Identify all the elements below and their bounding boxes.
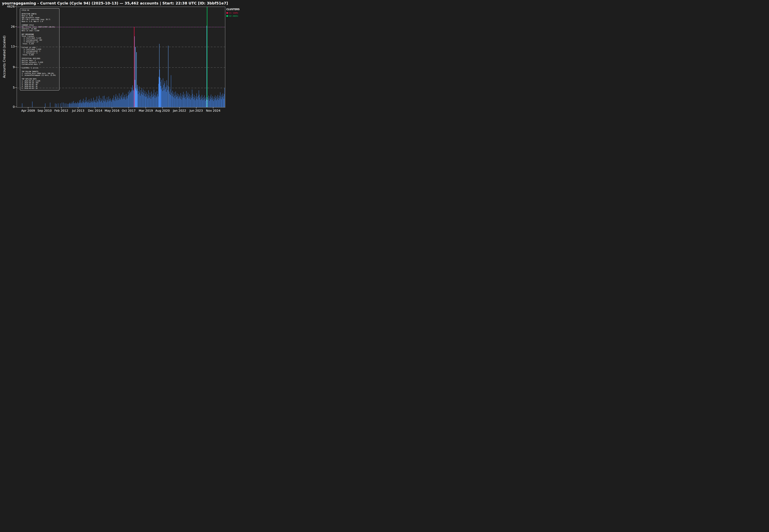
bar (209, 101, 210, 107)
bar (184, 95, 184, 107)
y-tick-label: 26 (3, 25, 15, 28)
x-tick (78, 107, 78, 109)
bar (138, 94, 138, 107)
bar (78, 103, 78, 107)
bar (97, 96, 97, 107)
bar (212, 96, 213, 107)
bar (103, 96, 103, 107)
legend-item-label: C2: 2d/1c (229, 15, 238, 17)
bar (204, 95, 205, 107)
threshold-line-26 (17, 27, 225, 27)
bar (113, 100, 113, 107)
bar (90, 101, 90, 107)
bar (130, 93, 130, 107)
bar (178, 99, 178, 107)
legend-title: CLUSTERS (226, 8, 240, 11)
bar (193, 99, 194, 107)
bar (125, 97, 125, 107)
bar (75, 103, 75, 107)
bar (208, 100, 208, 107)
bar (186, 91, 187, 107)
bar (55, 103, 55, 107)
x-tick (95, 107, 95, 109)
stats-info-box: CYCLE 94 DETECTION CONFIG Base σ: 0.50 A… (20, 8, 60, 91)
bar (121, 96, 121, 107)
bar (222, 97, 222, 107)
y-tick (15, 27, 17, 27)
bar (122, 98, 122, 107)
cluster-2-swatch-icon (226, 15, 228, 17)
bar (94, 100, 95, 107)
x-tick (61, 107, 62, 109)
bar (195, 100, 195, 107)
bar (96, 103, 96, 107)
bar (69, 104, 69, 107)
bar (146, 92, 146, 107)
bar (116, 99, 117, 107)
bar (148, 98, 148, 107)
gridline-5 (17, 88, 225, 88)
x-tick (196, 107, 196, 109)
bar (124, 99, 124, 107)
bar (123, 93, 123, 107)
bar (126, 94, 126, 107)
bar (214, 97, 214, 107)
cluster-line-c2 (207, 7, 207, 107)
bar (141, 94, 141, 107)
bar (58, 103, 58, 107)
y-tick-label: 0 (3, 105, 15, 109)
bar (56, 104, 57, 107)
bar (73, 101, 74, 107)
y-tick-label: 5 (3, 86, 15, 89)
bar (155, 92, 156, 107)
bar (171, 93, 172, 107)
bar (200, 98, 200, 107)
bar (154, 90, 154, 107)
y-tick-label: 9 (3, 65, 15, 69)
bar (217, 99, 217, 107)
bar (108, 102, 108, 107)
chart-title: yourragegaming - Current Cycle (Cycle 94… (2, 1, 228, 5)
legend-item-cluster-1: C1: 1d/0c (226, 12, 240, 14)
bar (63, 103, 64, 107)
y-tick-label: 4626 (3, 5, 15, 8)
bar (91, 98, 91, 107)
y-tick (15, 6, 17, 7)
x-tick (129, 107, 129, 109)
bar (88, 102, 89, 107)
bar (72, 102, 72, 107)
cycle-start-dash-overlay (207, 100, 207, 107)
bar (84, 102, 84, 107)
bar (62, 103, 62, 107)
bar (102, 100, 102, 107)
bar (70, 103, 70, 107)
clusters-legend: CLUSTERS C1: 1d/0cC2: 2d/1c (226, 8, 240, 18)
x-tick-label: Nov 2024 (202, 109, 224, 112)
bar (220, 92, 220, 107)
bar (76, 103, 76, 107)
y-tick (15, 107, 17, 107)
bar (98, 99, 99, 107)
bar (86, 97, 86, 107)
bar (71, 103, 72, 107)
bar (106, 102, 107, 107)
bar (191, 95, 191, 107)
x-tick (44, 107, 45, 109)
bar (168, 46, 168, 107)
bar (114, 100, 114, 107)
bar (85, 100, 85, 107)
bar (45, 103, 45, 107)
bar (179, 96, 180, 107)
x-tick (146, 107, 146, 109)
bar (88, 100, 88, 107)
bar (132, 88, 132, 107)
bar (82, 101, 82, 107)
bar (92, 102, 92, 107)
bar (93, 103, 93, 107)
bar (189, 94, 190, 107)
gridline-9 (17, 67, 225, 68)
bar (115, 97, 116, 107)
bar (74, 103, 74, 107)
bar (167, 90, 168, 107)
bar (105, 102, 105, 107)
